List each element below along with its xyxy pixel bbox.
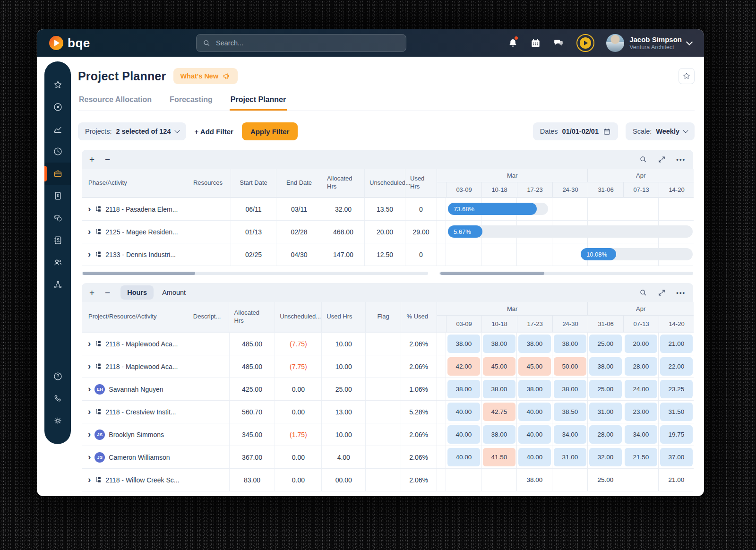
expand-chevron-icon[interactable]: › [88, 227, 91, 236]
toggle-hours[interactable]: Hours [120, 285, 154, 300]
allocation-cell[interactable]: 37.00 [660, 448, 693, 466]
allocation-cell[interactable]: 50.00 [554, 357, 586, 376]
dates-filter[interactable]: Dates 01/01-02/01 [533, 122, 618, 140]
expand-chevron-icon[interactable]: › [88, 452, 91, 461]
allocation-cell[interactable]: 38.00 [483, 425, 515, 444]
scrollbar-thumb[interactable] [440, 272, 544, 275]
allocation-cell[interactable]: 38.00 [447, 335, 480, 353]
allocation-cell[interactable]: 40.00 [447, 425, 480, 444]
allocation-cell[interactable]: 28.00 [625, 357, 657, 376]
allocation-cell[interactable]: 38.00 [518, 335, 551, 353]
favorite-page-button[interactable] [679, 68, 695, 84]
allocation-cell[interactable]: 34.00 [625, 425, 657, 444]
sidebar-item-help[interactable] [44, 365, 71, 387]
sidebar-item-people[interactable] [44, 251, 71, 274]
sidebar-item-contacts[interactable] [44, 229, 71, 251]
add-filter-button[interactable]: + Add Filter [195, 128, 233, 136]
sidebar-item-dashboard[interactable] [44, 96, 71, 118]
sidebar-item-time[interactable] [44, 140, 71, 163]
allocation-cell[interactable]: 38.00 [518, 380, 551, 398]
sidebar-item-expenses[interactable] [44, 207, 71, 229]
collapse-all-button[interactable]: − [105, 288, 110, 297]
allocation-cell[interactable]: 40.00 [518, 403, 551, 421]
expand-chevron-icon[interactable]: › [88, 430, 91, 438]
table-row[interactable]: ›JSBrooklyn Simmons 345.00 (1.75) 10.00 … [82, 423, 437, 446]
allocation-cell[interactable]: 23.25 [660, 380, 693, 398]
toggle-amount[interactable]: Amount [155, 285, 192, 300]
allocation-cell[interactable]: 45.00 [483, 357, 515, 376]
apply-filter-button[interactable]: Apply FIlter [242, 122, 298, 140]
sidebar-item-billing[interactable] [44, 185, 71, 207]
collapse-all-button[interactable]: − [105, 155, 110, 164]
allocation-cell[interactable]: 42.75 [483, 403, 515, 421]
global-search[interactable] [196, 34, 406, 52]
table-row[interactable]: ›2118 - Maplewood Aca... 485.00 (7.75) 1… [82, 355, 437, 378]
expand-icon[interactable] [658, 155, 666, 163]
search-input[interactable] [215, 39, 400, 47]
allocation-cell[interactable]: 38.00 [589, 357, 622, 376]
table-row[interactable]: ›2118 - Crestview Instit... 560.70 0.00 … [82, 400, 437, 423]
allocation-cell[interactable]: 31.50 [660, 403, 693, 421]
allocation-cell[interactable]: 25.00 [589, 471, 622, 489]
sidebar-item-analytics[interactable] [44, 118, 71, 140]
expand-chevron-icon[interactable]: › [88, 384, 91, 393]
sidebar-item-support[interactable] [44, 387, 71, 410]
more-options-icon[interactable]: ••• [676, 156, 686, 163]
scrollbar-thumb[interactable] [83, 272, 195, 275]
table-row[interactable]: ›JSCameron Williamson 367.00 0.00 4.00 2… [82, 446, 437, 468]
sidebar-item-favorites[interactable] [44, 74, 71, 96]
expand-chevron-icon[interactable]: › [88, 361, 91, 370]
allocation-cell[interactable]: 38.50 [554, 403, 586, 421]
scale-dropdown[interactable]: Scale: Weekly [626, 122, 695, 140]
allocation-cell[interactable]: 45.00 [518, 357, 551, 376]
allocation-cell[interactable]: 19.75 [660, 425, 693, 444]
allocation-cell[interactable]: 38.00 [483, 335, 515, 353]
allocation-cell[interactable]: 34.00 [554, 425, 586, 444]
messages-icon[interactable] [553, 37, 565, 49]
allocation-cell[interactable]: 40.00 [447, 448, 480, 466]
allocation-cell[interactable]: 31.00 [589, 403, 622, 421]
tab-resource-allocation[interactable]: Resource Allocation [78, 92, 153, 111]
bqe-logo[interactable]: bqe [49, 36, 90, 51]
table-row[interactable]: ›2125 - Magee Residen... 01/13 02/28 468… [82, 220, 437, 243]
gantt-bar[interactable]: 5.67% [448, 225, 482, 238]
allocation-cell[interactable]: 31.00 [554, 448, 586, 466]
sidebar-item-integrations[interactable] [44, 274, 71, 296]
allocation-cell[interactable]: 38.00 [518, 471, 551, 489]
allocation-cell[interactable]: 38.00 [554, 380, 586, 398]
allocation-cell[interactable]: 20.00 [625, 335, 657, 353]
allocation-cell[interactable]: 22.00 [660, 357, 693, 376]
allocation-cell[interactable]: 40.00 [518, 425, 551, 444]
expand-chevron-icon[interactable]: › [88, 204, 91, 213]
table-row[interactable]: ›EHSavannah Nguyen 425.00 0.00 25.00 1.0… [82, 378, 437, 400]
allocation-cell[interactable]: 25.00 [589, 380, 622, 398]
expand-chevron-icon[interactable]: › [88, 407, 91, 416]
expand-icon[interactable] [658, 289, 666, 297]
more-options-icon[interactable]: ••• [676, 289, 686, 296]
left-pane-scrollbar[interactable] [82, 272, 428, 275]
table-row[interactable]: ›2118 - Willow Creek Sc... 83.00 0.00 00… [82, 468, 437, 491]
gantt-bar[interactable]: 10.08% [581, 248, 616, 260]
allocation-cell[interactable]: 28.00 [589, 425, 622, 444]
table-row[interactable]: ›2118 - Maplewood Aca... 485.00 (7.75) 1… [82, 332, 437, 355]
table-row[interactable]: ›2133 - Dennis Industri... 02/25 04/30 1… [82, 243, 437, 266]
gantt-bar[interactable]: 73.68% [448, 203, 537, 215]
notifications-bell-icon[interactable] [507, 38, 518, 49]
sidebar-item-settings[interactable] [44, 410, 71, 432]
expand-chevron-icon[interactable]: › [88, 249, 91, 258]
projects-filter-dropdown[interactable]: Projects: 2 selected of 124 [78, 122, 186, 140]
allocation-cell[interactable]: 42.00 [447, 357, 480, 376]
allocation-cell[interactable]: 23.00 [625, 403, 657, 421]
allocation-cell[interactable]: 38.00 [447, 380, 480, 398]
search-icon[interactable] [639, 288, 647, 297]
tab-forecasting[interactable]: Forecasting [169, 92, 214, 111]
allocation-cell[interactable]: 38.00 [554, 335, 586, 353]
allocation-cell[interactable]: 21.00 [660, 471, 693, 489]
timeline-scrollbar[interactable] [439, 272, 693, 275]
expand-all-button[interactable]: + [89, 288, 94, 297]
allocation-cell[interactable]: 32.00 [589, 448, 622, 466]
search-icon[interactable] [639, 155, 647, 163]
expand-all-button[interactable]: + [89, 155, 94, 164]
expand-chevron-icon[interactable]: › [88, 339, 91, 348]
allocation-cell[interactable]: 40.00 [447, 403, 480, 421]
